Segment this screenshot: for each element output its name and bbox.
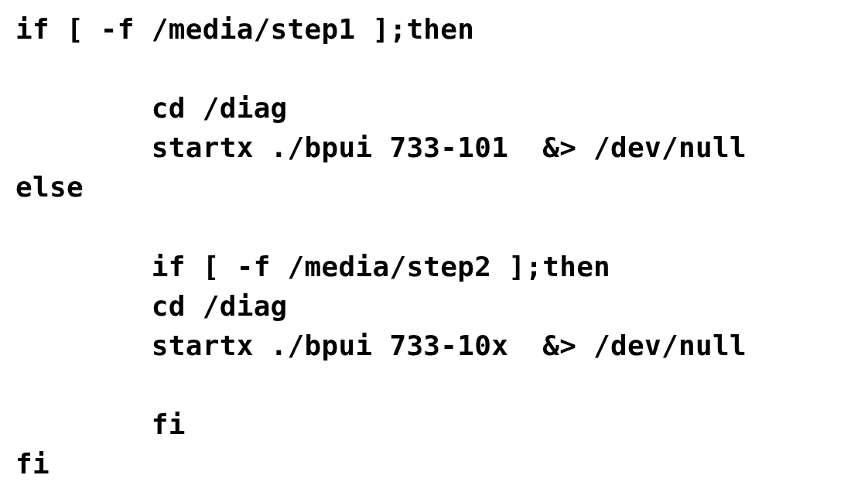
code-content: if [ -f /media/step1 ];then cd /diag sta…	[15, 13, 747, 480]
shell-script-code-block: if [ -f /media/step1 ];then cd /diag sta…	[15, 9, 747, 484]
